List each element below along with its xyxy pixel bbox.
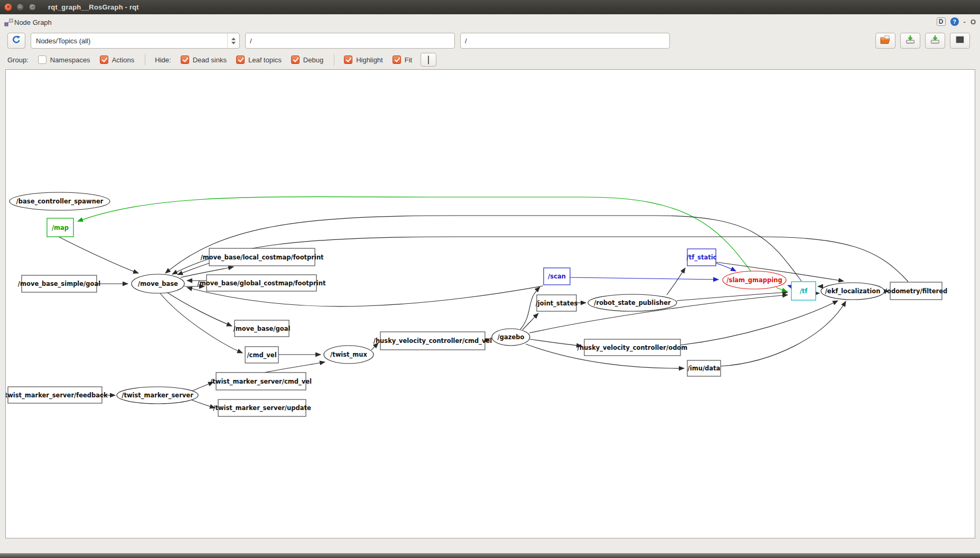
node-tf-static[interactable]: /tf_static <box>687 249 717 266</box>
close-button[interactable]: ✕ <box>4 3 12 11</box>
node-twist-marker-server-feedback[interactable]: /twist_marker_server/feedback <box>6 387 108 403</box>
save-as-svg-button[interactable] <box>925 33 945 49</box>
node-scan[interactable]: /scan <box>544 268 570 285</box>
svg-text:/move_base/goal: /move_base/goal <box>234 325 291 333</box>
node-husky-velocity-controller-cmd-vel[interactable]: /husky_velocity_controller/cmd_vel <box>374 332 492 350</box>
toolbar: Nodes/Topics (all) <box>0 31 980 51</box>
checked-checkbox-icon[interactable] <box>100 55 108 64</box>
graph-canvas[interactable]: /base_controller_spawner/map/move_base_s… <box>5 69 975 538</box>
svg-text:/husky_velocity_controller/odo: /husky_velocity_controller/odom <box>577 344 688 352</box>
svg-text:/move_base: /move_base <box>138 280 178 288</box>
svg-text:/move_base_simple/goal: /move_base_simple/goal <box>18 280 100 288</box>
node-tf[interactable]: /tf <box>791 282 816 300</box>
svg-text:/cmd_vel: /cmd_vel <box>247 351 276 359</box>
node-map[interactable]: /map <box>47 218 73 237</box>
fit-in-view-button[interactable] <box>421 53 436 67</box>
filter-input-2[interactable] <box>460 33 670 49</box>
float-plugin-button[interactable]: O <box>970 18 976 26</box>
node-robot-state-publisher[interactable]: /robot_state_publisher <box>588 294 677 311</box>
separator <box>145 54 145 66</box>
save-as-dot-button[interactable] <box>900 33 920 49</box>
svg-text:/joint_states: /joint_states <box>536 300 578 308</box>
node-topic-filter-combo[interactable]: Nodes/Topics (all) <box>31 33 240 49</box>
svg-text:/twist_marker_server/feedback: /twist_marker_server/feedback <box>6 392 108 399</box>
graph-edge <box>178 263 209 275</box>
node-base-controller-spawner[interactable]: /base_controller_spawner <box>10 192 110 210</box>
svg-text:/map: /map <box>52 224 69 231</box>
node-twist-marker-server[interactable]: /twist_marker_server <box>117 387 198 404</box>
checkbox-dead-sinks[interactable]: Dead sinks <box>181 55 227 64</box>
svg-text:/gazebo: /gazebo <box>498 333 525 341</box>
checked-checkbox-icon[interactable] <box>393 55 401 64</box>
checkbox-namespaces[interactable]: Namespaces <box>38 55 90 64</box>
checked-checkbox-icon[interactable] <box>236 55 245 64</box>
help-icon[interactable]: ? <box>950 17 959 26</box>
window-title: rqt_graph__RosGraph - rqt <box>48 3 139 11</box>
svg-text:/robot_state_publisher: /robot_state_publisher <box>594 299 671 307</box>
unchecked-checkbox-icon[interactable] <box>38 55 46 64</box>
rqt-window: ✕ – ▢ rqt_graph__RosGraph - rqt Node Gra… <box>0 0 980 558</box>
node-twist-marker-server-update[interactable]: /twist_marker_server/update <box>213 399 311 416</box>
filter-input-1[interactable] <box>245 33 455 49</box>
node-move-base-goal[interactable]: /move_base/goal <box>234 320 291 337</box>
graph-edge <box>166 292 232 326</box>
refresh-button[interactable] <box>7 33 25 49</box>
dock-indicator: D <box>937 17 946 26</box>
svg-text:/ekf_localization: /ekf_localization <box>825 287 881 295</box>
fit-view-icon <box>428 56 429 64</box>
node-imu-data[interactable]: /imu/data <box>687 360 721 376</box>
folder-open-icon <box>880 35 891 46</box>
maximize-button[interactable]: ▢ <box>29 3 36 11</box>
minimize-button[interactable]: – <box>16 3 24 11</box>
svg-text:/move_base/local_costmap/footp: /move_base/local_costmap/footprint <box>200 254 324 262</box>
node-graph-icon <box>4 18 13 27</box>
svg-text:/move_base/global_costmap/foot: /move_base/global_costmap/footprint <box>198 280 326 287</box>
svg-text:/tf: /tf <box>800 287 808 295</box>
node-cmd-vel[interactable]: /cmd_vel <box>245 347 278 363</box>
checkbox-actions[interactable]: Actions <box>100 55 135 64</box>
node-twist-marker-server-cmd-vel[interactable]: /twist_marker_server/cmd_vel <box>210 373 312 390</box>
node-move-base-simple-goal[interactable]: /move_base_simple/goal <box>18 275 100 292</box>
node-move-base-global-costmap-footprint[interactable]: /move_base/global_costmap/footprint <box>198 275 326 291</box>
plugin-bar: Node Graph D ? - O <box>0 14 980 30</box>
checkbox-leaf-topics[interactable]: Leaf topics <box>236 55 282 64</box>
checked-checkbox-icon[interactable] <box>344 55 352 64</box>
svg-text:/twist_marker_server/cmd_vel: /twist_marker_server/cmd_vel <box>210 378 312 386</box>
window-bottom-edge <box>0 553 980 558</box>
collapse-plugin-button[interactable]: - <box>964 18 966 26</box>
checkbox-debug[interactable]: Debug <box>291 55 323 64</box>
node-husky-velocity-controller-odom[interactable]: /husky_velocity_controller/odom <box>577 339 688 356</box>
titlebar: ✕ – ▢ rqt_graph__RosGraph - rqt <box>0 0 980 14</box>
node-joint-states[interactable]: /joint_states <box>536 295 578 311</box>
checkbox-label: Dead sinks <box>193 56 227 64</box>
svg-text:/slam_gmapping: /slam_gmapping <box>726 276 782 284</box>
svg-text:/imu/data: /imu/data <box>688 365 721 372</box>
checkbox-label: Debug <box>303 56 323 64</box>
node-slam-gmapping[interactable]: /slam_gmapping <box>723 271 786 289</box>
plugin-title: Node Graph <box>14 18 52 26</box>
checkbox-fit[interactable]: Fit <box>393 55 412 64</box>
checked-checkbox-icon[interactable] <box>291 55 300 64</box>
svg-text:/odometry/filtered: /odometry/filtered <box>885 287 947 295</box>
svg-text:/twist_marker_server/update: /twist_marker_server/update <box>213 404 311 412</box>
node-move-base[interactable]: /move_base <box>132 274 184 293</box>
filter-row: Group:NamespacesActionsHide:Dead sinksLe… <box>0 51 980 69</box>
svg-text:/tf_static: /tf_static <box>687 254 717 262</box>
open-dot-file-button[interactable] <box>875 33 895 49</box>
section-label: Hide: <box>155 56 171 64</box>
combo-value: Nodes/Topics (all) <box>36 37 90 45</box>
node-twist-mux[interactable]: /twist_mux <box>324 346 374 364</box>
checkbox-label: Fit <box>405 56 412 64</box>
save-icon <box>930 35 940 46</box>
node-odometry-filtered[interactable]: /odometry/filtered <box>885 282 947 300</box>
save-as-image-button[interactable] <box>950 33 970 49</box>
combo-spinner-icon[interactable] <box>227 33 239 48</box>
node-move-base-local-costmap-footprint[interactable]: /move_base/local_costmap/footprint <box>200 248 324 266</box>
node-gazebo[interactable]: /gazebo <box>492 329 530 346</box>
checked-checkbox-icon[interactable] <box>181 55 189 64</box>
graph-edge <box>721 301 846 366</box>
graph-edge <box>680 301 838 345</box>
graph-edge <box>160 293 242 353</box>
checkbox-highlight[interactable]: Highlight <box>344 55 383 64</box>
node-ekf-localization[interactable]: /ekf_localization <box>821 283 884 300</box>
